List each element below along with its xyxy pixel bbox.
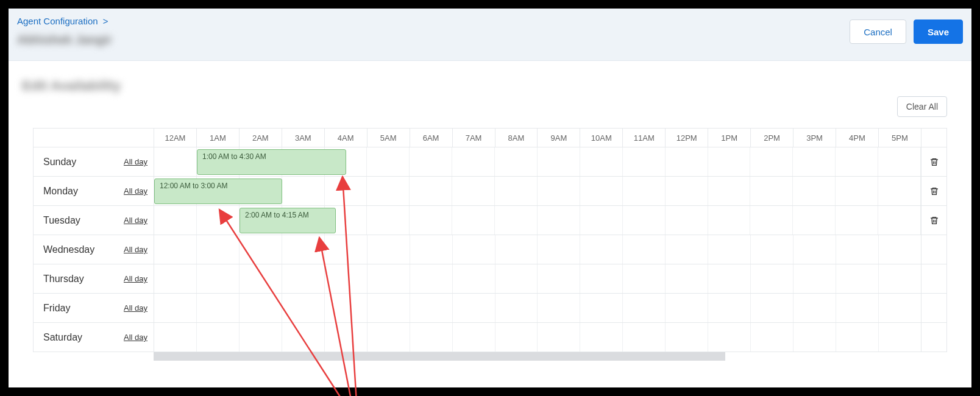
hour-cell[interactable] — [410, 206, 452, 235]
hour-cell[interactable] — [197, 235, 240, 264]
hour-cell[interactable] — [793, 177, 836, 205]
hour-cell[interactable] — [538, 294, 580, 322]
hour-cell[interactable] — [836, 147, 878, 176]
hour-cell[interactable] — [623, 264, 666, 293]
hour-cell[interactable] — [836, 294, 879, 322]
hour-cell[interactable] — [367, 147, 410, 176]
hour-cell[interactable] — [495, 177, 538, 205]
hour-cell[interactable] — [836, 177, 878, 205]
all-day-link[interactable]: All day — [124, 274, 147, 283]
horizontal-scrollbar[interactable] — [154, 352, 725, 361]
hour-cell[interactable] — [197, 264, 240, 293]
hour-cell[interactable] — [879, 323, 921, 352]
hour-cell[interactable] — [325, 294, 367, 322]
hour-cell[interactable] — [154, 147, 197, 176]
hour-cell[interactable] — [623, 177, 666, 205]
hour-cell[interactable] — [453, 323, 495, 352]
hour-cell[interactable] — [793, 206, 836, 235]
row-hours[interactable]: 12:00 AM to 3:00 AM — [154, 177, 921, 205]
hour-cell[interactable] — [666, 264, 708, 293]
hour-cell[interactable] — [794, 264, 836, 293]
hour-cell[interactable] — [154, 206, 197, 235]
hour-cell[interactable] — [154, 294, 197, 322]
hour-cell[interactable] — [879, 294, 921, 322]
hour-cell[interactable] — [751, 235, 794, 264]
hour-cell[interactable] — [751, 294, 794, 322]
breadcrumb[interactable]: Agent Configuration > — [17, 16, 108, 26]
hour-cell[interactable] — [495, 147, 538, 176]
availability-block[interactable]: 2:00 AM to 4:15 AM — [240, 208, 336, 233]
hour-cell[interactable] — [879, 264, 921, 293]
row-hours[interactable] — [154, 264, 921, 293]
all-day-link[interactable]: All day — [124, 157, 147, 166]
hour-cell[interactable] — [197, 323, 240, 352]
hour-cell[interactable] — [367, 323, 410, 352]
all-day-link[interactable]: All day — [124, 186, 147, 196]
hour-cell[interactable] — [666, 147, 708, 176]
hour-cell[interactable] — [751, 323, 794, 352]
hour-cell[interactable] — [325, 323, 367, 352]
hour-cell[interactable] — [580, 177, 623, 205]
hour-cell[interactable] — [794, 235, 836, 264]
hour-cell[interactable] — [453, 264, 495, 293]
hour-cell[interactable] — [197, 294, 240, 322]
hour-cell[interactable] — [452, 177, 495, 205]
hour-cell[interactable] — [708, 323, 751, 352]
hour-cell[interactable] — [666, 177, 708, 205]
hour-cell[interactable] — [453, 235, 495, 264]
hour-cell[interactable] — [282, 323, 325, 352]
hour-cell[interactable] — [623, 323, 666, 352]
hour-cell[interactable] — [708, 206, 751, 235]
hour-cell[interactable] — [538, 147, 580, 176]
hour-cell[interactable] — [367, 264, 410, 293]
hour-cell[interactable] — [325, 235, 367, 264]
hour-cell[interactable] — [879, 235, 921, 264]
all-day-link[interactable]: All day — [124, 333, 147, 342]
hour-cell[interactable] — [878, 206, 921, 235]
hour-cell[interactable] — [750, 206, 793, 235]
hour-cell[interactable] — [580, 264, 623, 293]
hour-cell[interactable] — [452, 206, 495, 235]
hour-cell[interactable] — [197, 206, 240, 235]
hour-cell[interactable] — [750, 177, 793, 205]
hour-cell[interactable] — [580, 294, 623, 322]
hour-cell[interactable] — [666, 323, 708, 352]
hour-cell[interactable] — [708, 294, 751, 322]
hour-cell[interactable] — [836, 264, 879, 293]
hour-cell[interactable] — [623, 147, 666, 176]
hour-cell[interactable] — [240, 264, 282, 293]
row-hours[interactable]: 1:00 AM to 4:30 AM — [154, 147, 921, 176]
hour-cell[interactable] — [410, 147, 452, 176]
hour-cell[interactable] — [367, 294, 410, 322]
hour-cell[interactable] — [538, 177, 580, 205]
hour-cell[interactable] — [325, 177, 367, 205]
hour-cell[interactable] — [240, 323, 282, 352]
trash-icon[interactable] — [929, 216, 939, 225]
hour-cell[interactable] — [623, 294, 666, 322]
all-day-link[interactable]: All day — [124, 303, 147, 313]
hour-cell[interactable] — [538, 323, 580, 352]
hour-cell[interactable] — [282, 294, 325, 322]
hour-cell[interactable] — [708, 264, 751, 293]
hour-cell[interactable] — [154, 235, 197, 264]
cancel-button[interactable]: Cancel — [850, 19, 906, 44]
hour-cell[interactable] — [580, 323, 623, 352]
hour-cell[interactable] — [623, 206, 666, 235]
hour-cell[interactable] — [410, 264, 453, 293]
trash-icon[interactable] — [929, 186, 939, 196]
hour-cell[interactable] — [836, 206, 878, 235]
hour-cell[interactable] — [623, 235, 666, 264]
hour-cell[interactable] — [282, 177, 325, 205]
hour-cell[interactable] — [708, 177, 751, 205]
save-button[interactable]: Save — [914, 19, 963, 44]
hour-cell[interactable] — [154, 264, 197, 293]
hour-cell[interactable] — [794, 294, 836, 322]
hour-cell[interactable] — [580, 235, 623, 264]
hour-cell[interactable] — [410, 177, 452, 205]
hour-cell[interactable] — [878, 177, 921, 205]
hour-cell[interactable] — [666, 206, 708, 235]
hour-cell[interactable] — [666, 235, 708, 264]
hour-cell[interactable] — [580, 206, 623, 235]
hour-cell[interactable] — [154, 323, 197, 352]
all-day-link[interactable]: All day — [124, 216, 147, 225]
